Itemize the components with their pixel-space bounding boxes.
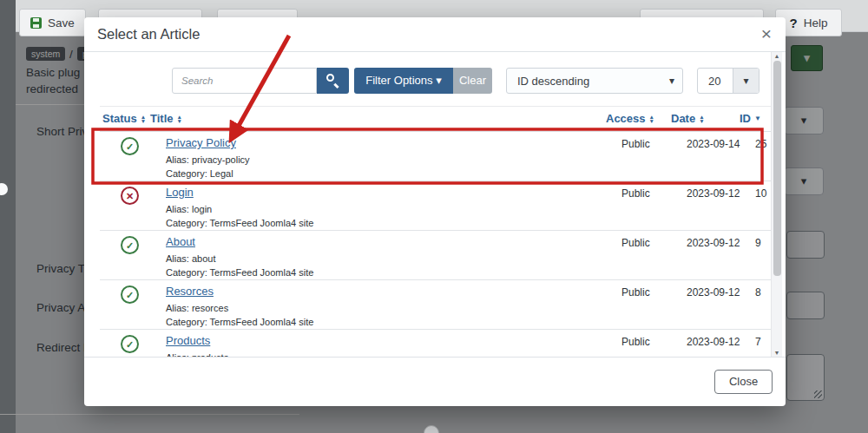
article-date: 2023-09-12 <box>687 286 740 299</box>
close-icon[interactable]: × <box>754 22 779 46</box>
search-input[interactable] <box>172 68 317 94</box>
sort-descending-icon: ▼ <box>754 115 761 122</box>
list-limit-value: 20 <box>708 75 720 88</box>
article-access: Public <box>621 237 650 249</box>
published-status-icon[interactable]: ✓ <box>121 285 139 304</box>
article-id: 9 <box>755 237 761 249</box>
article-alias: Alias: privacy-policy <box>166 154 250 165</box>
filter-options-button[interactable]: Filter Options ▾ <box>354 68 453 94</box>
article-category: Category: Legal <box>166 168 233 179</box>
article-title-link[interactable]: Products <box>166 334 210 347</box>
scroll-down-icon[interactable]: ▼ <box>772 350 782 356</box>
article-row-privacy-policy: ✓ Privacy Policy Alias: privacy-policy C… <box>100 132 771 181</box>
sort-order-value: ID descending <box>517 75 589 88</box>
save-icon <box>30 17 42 29</box>
article-id: 25 <box>755 138 766 150</box>
modal-scrollbar[interactable]: ▲ ▼ <box>771 52 782 357</box>
article-category: Category: TermsFeed Joomla4 site <box>166 267 313 278</box>
article-row-login: ✕ Login Alias: login Category: TermsFeed… <box>100 181 771 231</box>
article-alias: Alias: login <box>166 204 212 214</box>
modal-body: Filter Options ▾ Clear ID descending ▾ 2… <box>84 52 786 357</box>
table-header-row: Status ▲▼ Title ▲▼ Access ▲▼ Date ▲▼ ID <box>100 106 771 132</box>
sort-both-icon: ▲▼ <box>141 115 146 123</box>
list-limit-select[interactable]: 20 ▾ <box>697 68 760 94</box>
article-access: Public <box>621 286 650 299</box>
scroll-up-icon[interactable]: ▲ <box>772 53 782 59</box>
article-category: Category: TermsFeed Joomla4 site <box>166 218 313 228</box>
published-status-icon[interactable]: ✓ <box>121 137 139 155</box>
sort-order-select[interactable]: ID descending ▾ <box>506 68 683 94</box>
modal-footer: Close <box>84 357 786 406</box>
article-date: 2023-09-12 <box>687 237 740 249</box>
sort-both-icon: ▲▼ <box>649 115 654 123</box>
close-button[interactable]: Close <box>714 370 773 394</box>
column-header-id[interactable]: ID ▼ <box>740 112 761 125</box>
sort-both-icon: ▲▼ <box>177 115 182 123</box>
filter-options-label: Filter Options <box>365 74 432 87</box>
article-row-resorces: ✓ Resorces Alias: resorces Category: Ter… <box>100 280 771 330</box>
article-id: 10 <box>755 187 766 200</box>
published-status-icon[interactable]: ✓ <box>121 335 139 353</box>
article-title-link[interactable]: Login <box>166 186 194 199</box>
column-header-access[interactable]: Access ▲▼ <box>606 112 654 125</box>
article-alias: Alias: about <box>166 253 215 264</box>
article-list: ✓ Privacy Policy Alias: privacy-policy C… <box>100 132 771 357</box>
published-status-icon[interactable]: ✓ <box>121 236 139 254</box>
article-id: 8 <box>755 286 761 299</box>
chevron-down-icon: ▾ <box>436 74 442 87</box>
select-article-modal: Select an Article × Filter Options ▾ Cle… <box>84 17 786 406</box>
article-date: 2023-09-12 <box>687 187 740 200</box>
chevron-down-icon: ▾ <box>669 75 674 87</box>
modal-title: Select an Article <box>97 26 200 43</box>
article-access: Public <box>621 187 650 200</box>
scrollbar-thumb[interactable] <box>773 61 781 276</box>
article-row-about: ✓ About Alias: about Category: TermsFeed… <box>100 231 771 280</box>
sort-both-icon: ▲▼ <box>699 115 704 123</box>
article-alias: Alias: resorces <box>166 303 228 313</box>
column-header-date[interactable]: Date ▲▼ <box>671 112 705 125</box>
article-access: Public <box>621 336 650 348</box>
help-button-label: Help <box>804 16 828 30</box>
search-icon <box>326 74 334 82</box>
article-row-products: ✓ Products Alias: products Public 2023-0… <box>100 330 771 357</box>
article-date: 2023-09-12 <box>687 336 740 348</box>
article-date: 2023-09-14 <box>687 138 740 150</box>
article-category: Category: TermsFeed Joomla4 site <box>166 317 313 327</box>
search-button[interactable] <box>317 68 349 94</box>
clear-button[interactable]: Clear <box>453 68 492 94</box>
article-access: Public <box>621 138 650 150</box>
unpublished-status-icon[interactable]: ✕ <box>121 187 139 205</box>
chevron-down-icon: ▾ <box>733 69 759 93</box>
article-title-link[interactable]: Privacy Policy <box>166 136 236 149</box>
modal-header: Select an Article × <box>84 17 786 52</box>
save-button[interactable]: Save <box>19 9 86 36</box>
column-header-title[interactable]: Title ▲▼ <box>150 112 182 125</box>
save-button-label: Save <box>48 16 75 30</box>
article-id: 7 <box>755 336 761 348</box>
article-title-link[interactable]: Resorces <box>166 285 214 298</box>
article-title-link[interactable]: About <box>166 235 195 248</box>
column-header-status[interactable]: Status ▲▼ <box>102 112 146 125</box>
page-root: system / p Basic plug redirected Short P… <box>0 0 868 433</box>
question-mark-icon: ? <box>790 16 798 30</box>
